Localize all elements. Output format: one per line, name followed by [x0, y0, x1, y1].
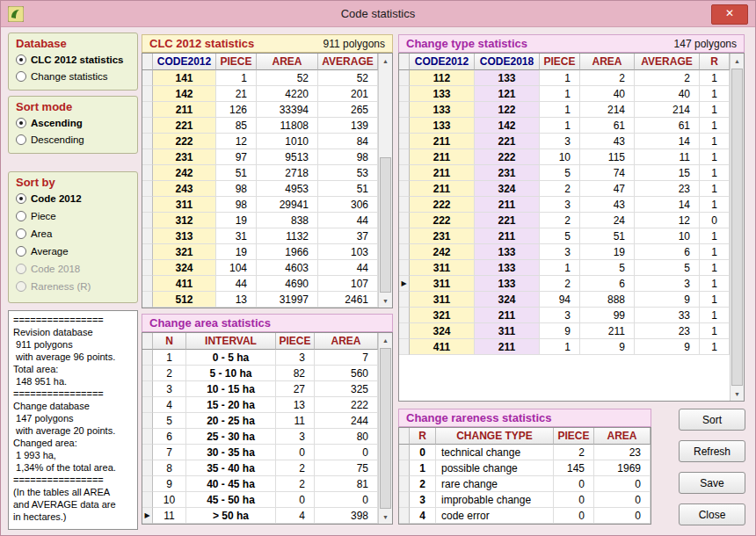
- cell: 2: [580, 70, 635, 86]
- table-row[interactable]: 730 - 35 ha00: [142, 445, 378, 460]
- cell: 1: [700, 149, 730, 165]
- table-row[interactable]: 324104460344: [142, 260, 378, 276]
- cell: 1: [153, 350, 186, 366]
- area-scrollbar[interactable]: ▲ ▼: [378, 333, 392, 524]
- scrollbar-thumb[interactable]: [380, 348, 391, 509]
- change-rareness-table[interactable]: RCHANGE TYPEPIECEAREA0technical change22…: [398, 427, 651, 525]
- radio-option-change-statistics[interactable]: Change statistics: [9, 68, 137, 84]
- change-type-table[interactable]: CODE2012CODE2018PIECEAREAAVERAGER1121331…: [398, 53, 745, 402]
- table-row[interactable]: 31331113237: [142, 228, 378, 244]
- scroll-up-icon[interactable]: ▲: [379, 54, 392, 68]
- table-row[interactable]: 24213331961: [399, 244, 730, 260]
- table-row[interactable]: 24251271853: [142, 165, 378, 181]
- title-bar[interactable]: Code statistics ✕: [1, 1, 755, 27]
- table-row[interactable]: 142214220201: [142, 86, 378, 102]
- table-row[interactable]: 3243119211231: [399, 323, 730, 339]
- table-row[interactable]: 21122210115111: [399, 149, 730, 165]
- save-button[interactable]: Save: [679, 472, 745, 494]
- table-row[interactable]: 22212101084: [142, 134, 378, 149]
- scrollbar-thumb[interactable]: [380, 157, 391, 293]
- table-row[interactable]: 211221343141: [399, 134, 730, 149]
- radio-icon: [16, 246, 26, 257]
- table-row[interactable]: 3121983844: [142, 213, 378, 228]
- cell: 1969: [594, 460, 651, 476]
- cell: possible change: [436, 460, 554, 476]
- table-row[interactable]: 231211551101: [399, 228, 730, 244]
- cell: 2: [153, 366, 186, 381]
- cell: 40: [580, 86, 635, 102]
- clc-2012-table[interactable]: CODE2012PIECEAREAAVERAGE1411525214221422…: [142, 53, 393, 308]
- radio-option-code-2012[interactable]: Code 2012: [9, 190, 137, 207]
- radio-option-ascending[interactable]: Ascending: [9, 114, 137, 131]
- table-row[interactable]: 835 - 40 ha275: [142, 460, 378, 476]
- scroll-down-icon[interactable]: ▼: [379, 510, 392, 524]
- table-row[interactable]: 520 - 25 ha11244: [142, 413, 378, 429]
- table-row[interactable]: 4code error00: [399, 508, 651, 524]
- table-row[interactable]: ▶3111332631: [399, 276, 730, 292]
- table-row[interactable]: 10 - 5 ha37: [142, 350, 378, 366]
- sort-button[interactable]: Sort: [679, 409, 745, 431]
- change-scrollbar[interactable]: ▲ ▼: [730, 54, 744, 401]
- table-row[interactable]: 321211399331: [399, 308, 730, 323]
- table-row[interactable]: 211231574151: [399, 165, 730, 181]
- clc-scrollbar[interactable]: ▲ ▼: [378, 54, 392, 308]
- radio-option-clc-2012-statistics[interactable]: CLC 2012 statistics: [9, 51, 137, 68]
- table-row[interactable]: 411444690107: [142, 276, 378, 292]
- radio-option-descending[interactable]: Descending: [9, 131, 137, 148]
- table-row[interactable]: 133142161611: [399, 118, 730, 134]
- table-row[interactable]: 2218511808139: [142, 118, 378, 134]
- close-button[interactable]: ✕: [711, 4, 748, 25]
- radio-option-piece[interactable]: Piece: [9, 207, 137, 225]
- table-row[interactable]: 25 - 10 ha82560: [142, 366, 378, 381]
- cell: 1: [700, 276, 730, 292]
- table-row[interactable]: 24398495351: [142, 181, 378, 197]
- cell: 2: [540, 213, 580, 228]
- clc-polygon-count: 911 polygons: [323, 38, 386, 50]
- cell: 411: [153, 276, 216, 292]
- cell: 19: [216, 213, 257, 228]
- cell: 5 - 10 ha: [186, 366, 276, 381]
- table-row[interactable]: 211324247231: [399, 181, 730, 197]
- table-row[interactable]: 625 - 30 ha380: [142, 429, 378, 445]
- table-row[interactable]: 1045 - 50 ha00: [142, 492, 378, 508]
- table-row[interactable]: 0technical change223: [399, 445, 651, 460]
- scroll-down-icon[interactable]: ▼: [731, 387, 744, 401]
- table-row[interactable]: 321191966103: [142, 244, 378, 260]
- radio-option-area[interactable]: Area: [9, 225, 137, 243]
- table-row[interactable]: 415 - 20 ha13222: [142, 397, 378, 413]
- table-row[interactable]: 3improbable change00: [399, 492, 651, 508]
- table-row[interactable]: 3113249488891: [399, 292, 730, 308]
- cell: 231: [153, 149, 216, 165]
- table-row[interactable]: 940 - 45 ha281: [142, 476, 378, 492]
- table-row[interactable]: 51213319972461: [142, 292, 378, 308]
- table-row[interactable]: 13312212142141: [399, 102, 730, 118]
- table-row[interactable]: 3119829941306: [142, 197, 378, 213]
- table-row[interactable]: 1possible change1451969: [399, 460, 651, 476]
- scroll-down-icon[interactable]: ▼: [379, 293, 392, 308]
- close-button[interactable]: Close: [679, 503, 745, 525]
- scrollbar-thumb[interactable]: [731, 69, 743, 386]
- scroll-up-icon[interactable]: ▲: [731, 54, 744, 68]
- refresh-button[interactable]: Refresh: [679, 440, 745, 462]
- table-row[interactable]: 3111331551: [399, 260, 730, 276]
- table-row[interactable]: 310 - 15 ha27325: [142, 381, 378, 397]
- table-row[interactable]: 4112111991: [399, 339, 730, 355]
- database-group: Database CLC 2012 statisticsChange stati…: [8, 33, 138, 91]
- table-row[interactable]: 222221224120: [399, 213, 730, 228]
- table-row[interactable]: ▶11> 50 ha4398: [142, 508, 378, 524]
- table-row[interactable]: 14115252: [142, 70, 378, 86]
- cell: 14: [635, 134, 700, 149]
- table-row[interactable]: 1121331221: [399, 70, 730, 86]
- radio-option-average[interactable]: Average: [9, 243, 137, 260]
- cell: 0: [594, 492, 651, 508]
- table-row[interactable]: 222211343141: [399, 197, 730, 213]
- change-area-table[interactable]: NINTERVALPIECEAREA10 - 5 ha3725 - 10 ha8…: [142, 332, 393, 525]
- table-row[interactable]: 2rare change00: [399, 476, 651, 492]
- row-indicator: [399, 508, 410, 524]
- table-row[interactable]: 133121140401: [399, 86, 730, 102]
- rareness-section-title: Change rareness statistics: [406, 411, 551, 424]
- cell: 3: [540, 244, 580, 260]
- scroll-up-icon[interactable]: ▲: [379, 333, 392, 347]
- table-row[interactable]: 23197951398: [142, 149, 378, 165]
- table-row[interactable]: 21112633394265: [142, 102, 378, 118]
